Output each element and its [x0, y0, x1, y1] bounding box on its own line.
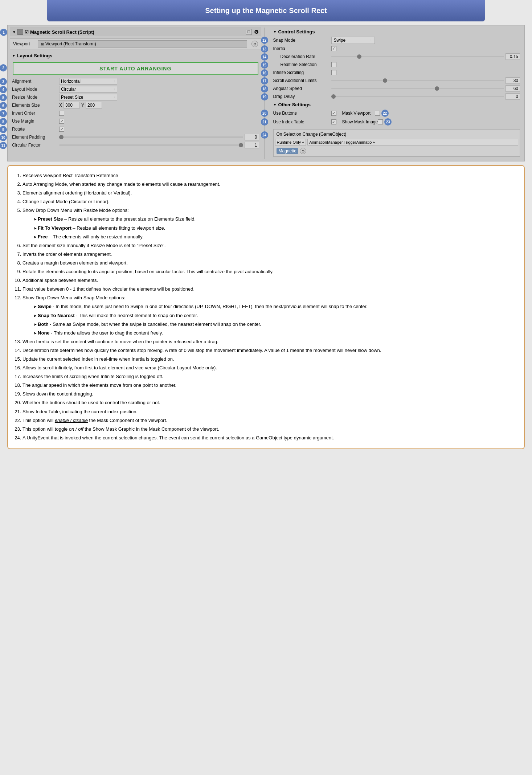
scroll-limits-track[interactable]	[331, 80, 504, 81]
left-panel: ▼ ☑ Magnetic Scroll Rect (Script) □ ⚙ 1 …	[10, 28, 261, 159]
badge-24: 24	[261, 131, 268, 139]
alignment-arrow: ÷	[113, 79, 115, 84]
deceleration-track[interactable]	[331, 56, 504, 57]
deceleration-thumb[interactable]	[357, 54, 361, 59]
viewport-circle-btn[interactable]: ⊙	[251, 41, 258, 47]
desc-item-22: This option will enable / disable the Ma…	[22, 417, 517, 425]
enable-disable-text: enable / disable	[55, 418, 88, 423]
component-controls: □ ⚙	[246, 29, 259, 35]
desc-item-20: Whether the buttons should be used to co…	[22, 399, 517, 407]
elements-size-x[interactable]	[64, 102, 80, 108]
component-header: ▼ ☑ Magnetic Scroll Rect (Script) □ ⚙ 1	[10, 28, 261, 36]
right-panel: ▼ Control Settings 12 Snap Mode Swipe ÷ …	[271, 28, 523, 159]
drag-delay-thumb[interactable]	[331, 94, 336, 99]
show-mask-image-label: Show Mask Image	[342, 119, 378, 124]
desc-item-12: Show Drop Down Menu with Snap Mode optio…	[22, 294, 517, 337]
use-buttons-checkbox[interactable]	[331, 111, 336, 116]
component-doc-icon[interactable]: □	[246, 29, 252, 35]
rotate-checkbox[interactable]	[59, 127, 64, 132]
show-mask-image-checkbox[interactable]	[378, 119, 383, 124]
badge-21: 21	[261, 118, 268, 126]
none-bold: None	[38, 330, 50, 336]
use-margin-checkbox[interactable]	[59, 119, 64, 124]
desc-sub-12-3: Both - Same as Swipe mode, but when the …	[33, 320, 517, 328]
scroll-limits-thumb[interactable]	[383, 78, 387, 83]
snap-mode-dropdown[interactable]: Swipe ÷	[331, 37, 375, 44]
resize-mode-arrow: ÷	[113, 95, 115, 100]
desc-item-16: Allows to scroll infinitely, from first …	[22, 364, 517, 372]
x-label: X	[59, 103, 62, 108]
drag-delay-track[interactable]	[331, 96, 504, 97]
desc-item-9: Rotate the elements according to its ang…	[22, 268, 517, 276]
viewport-value[interactable]: ⊞ Viewport (Rect Transform)	[38, 40, 247, 48]
animation-label: AnimationManager.TriggerAnimatio ÷	[309, 140, 375, 144]
circular-factor-value: 1	[245, 142, 259, 148]
start-auto-arranging-button[interactable]: START AUTO ARRANGING	[13, 62, 258, 75]
header-title: Setting up the Magnetic Scroll Rect	[205, 7, 327, 15]
drag-delay-row: 19 Drag Delay 0	[271, 93, 523, 101]
realtime-checkbox[interactable]	[331, 62, 336, 67]
scroll-limits-slider-container: 30	[331, 77, 520, 84]
badge-11: 11	[0, 142, 7, 149]
mask-viewport-label: Mask Viewport	[342, 111, 375, 116]
deceleration-value: 0.15	[506, 53, 520, 60]
invert-order-label: Invert Order	[12, 111, 59, 116]
other-row-1: 20 Use Buttons Mask Viewport 22	[271, 109, 523, 118]
magnetic-circle-btn[interactable]: ⊙	[300, 148, 306, 154]
fit-viewport-bold: Fit To Viewport	[38, 225, 71, 231]
scroll-limits-row: 17 Scroll Additional Limits 30	[271, 77, 523, 85]
use-buttons-label: Use Buttons	[273, 111, 331, 116]
deceleration-slider-container: 0.15	[331, 53, 520, 60]
layout-mode-label: Layout Mode	[12, 87, 59, 92]
desc-item-13: When Inertia is set the content will con…	[22, 338, 517, 346]
control-triangle-icon: ▼	[273, 30, 277, 34]
layout-mode-row: 4 Layout Mode Circular ÷	[10, 85, 261, 93]
desc-item-3: Elements alignment ordering (Horizontal …	[22, 189, 517, 197]
badge-4: 4	[0, 86, 7, 93]
deceleration-label: Deceleration Rate	[273, 54, 331, 59]
angular-speed-track[interactable]	[331, 88, 504, 89]
inertia-label: Inertia	[273, 46, 331, 51]
realtime-label: Realtime Selection	[273, 62, 331, 67]
scroll-limits-value: 30	[506, 77, 520, 84]
page-wrapper: Setting up the Magnetic Scroll Rect ▼ ☑ …	[0, 0, 532, 456]
use-index-table-checkbox[interactable]	[331, 119, 336, 124]
circular-factor-thumb[interactable]	[239, 143, 243, 147]
alignment-row: 3 Alignment Horizontal ÷	[10, 77, 261, 85]
runtime-dropdown[interactable]: Runtime Only ÷	[275, 139, 306, 145]
invert-order-checkbox[interactable]	[59, 111, 64, 116]
desc-item-2: Auto Arranging Mode, when started any ch…	[22, 180, 517, 188]
element-padding-thumb[interactable]	[59, 135, 64, 139]
use-margin-row: 8 Use Margin	[10, 117, 261, 125]
inertia-checkbox[interactable]	[331, 46, 336, 51]
realtime-row: 15 Realtime Selection	[271, 61, 523, 69]
description-area: Receives Viewport Rect Transform Referen…	[7, 165, 525, 449]
circular-factor-track[interactable]	[59, 144, 243, 146]
layout-settings-title: ▼ Layout Settings	[10, 52, 261, 60]
infinite-scrolling-row: 16 Infinite Scrolling	[271, 69, 523, 77]
description-list: Receives Viewport Rect Transform Referen…	[15, 172, 517, 442]
elements-size-row: 6 Elements Size X Y	[10, 101, 261, 109]
infinite-scrolling-checkbox[interactable]	[331, 70, 336, 75]
elements-size-label: Elements Size	[12, 103, 59, 108]
layout-mode-dropdown[interactable]: Circular ÷	[59, 86, 117, 93]
desc-sub-5-3: Free – The elements will only be resized…	[33, 233, 517, 241]
use-index-table-label: Use Index Table	[273, 119, 331, 124]
drag-delay-label: Drag Delay	[273, 94, 331, 99]
other-row-2: 21 Use Index Table Show Mask Image 23	[271, 118, 523, 126]
badge-3: 3	[0, 78, 7, 85]
component-gear-icon[interactable]: ⚙	[254, 29, 259, 35]
elements-size-y[interactable]	[86, 102, 102, 108]
header-banner: Setting up the Magnetic Scroll Rect	[47, 0, 485, 21]
layout-triangle-icon: ▼	[12, 54, 16, 58]
angular-speed-thumb[interactable]	[435, 86, 439, 91]
mask-viewport-checkbox[interactable]	[375, 111, 380, 116]
animation-dropdown[interactable]: AnimationManager.TriggerAnimatio ÷	[307, 139, 518, 145]
badge-12: 12	[261, 37, 268, 44]
desc-sub-12-2: Snap To Nearest - This will make the nea…	[33, 312, 517, 320]
preset-size-bold: Preset Size	[38, 216, 63, 222]
checkbox-component[interactable]: ☑	[25, 29, 29, 34]
resize-mode-dropdown[interactable]: Preset Size ÷	[59, 94, 117, 101]
alignment-dropdown[interactable]: Horizontal ÷	[59, 78, 117, 85]
element-padding-track[interactable]	[59, 136, 243, 138]
